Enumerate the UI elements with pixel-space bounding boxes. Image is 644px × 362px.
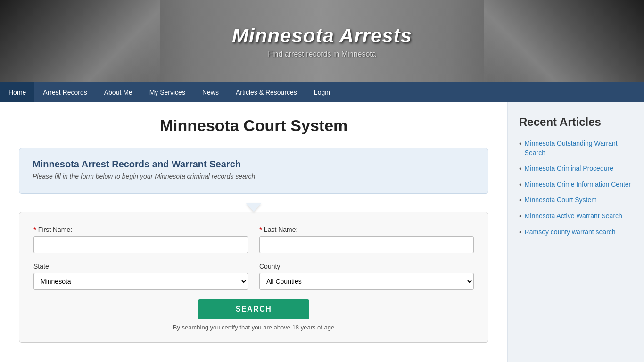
site-header: Minnesota Arrests Find arrest records in… bbox=[0, 0, 644, 82]
name-row: * First Name: * Last Name: bbox=[33, 225, 474, 253]
sidebar-title: Recent Articles bbox=[519, 115, 633, 129]
search-box-title: Minnesota Arrest Records and Warrant Sea… bbox=[33, 159, 475, 170]
search-box-arrow bbox=[246, 203, 261, 212]
sidebar-article-link[interactable]: Minnesota Active Warrant Search bbox=[525, 212, 622, 221]
site-subtitle: Find arrest records in Minnesota bbox=[232, 50, 412, 58]
sidebar-article-item: •Minnesota Outstanding Warrant Search bbox=[519, 139, 633, 157]
last-name-input[interactable] bbox=[259, 236, 474, 253]
header-content: Minnesota Arrests Find arrest records in… bbox=[232, 25, 412, 58]
first-name-required: * bbox=[33, 225, 36, 233]
location-row: State: Minnesota County: All CountiesAit… bbox=[33, 263, 474, 290]
nav-item-arrest-records[interactable]: Arrest Records bbox=[34, 82, 95, 102]
nav-item-services[interactable]: My Services bbox=[141, 82, 194, 102]
last-name-label: * Last Name: bbox=[259, 225, 474, 233]
sidebar-article-item: •Minnesota Criminal Procedure bbox=[519, 164, 633, 173]
header-hands-right bbox=[484, 0, 644, 82]
search-box-banner: Minnesota Arrest Records and Warrant Sea… bbox=[19, 148, 488, 194]
state-group: State: Minnesota bbox=[33, 263, 248, 290]
bullet-icon: • bbox=[519, 165, 522, 173]
bullet-icon: • bbox=[519, 140, 522, 148]
bullet-icon: • bbox=[519, 228, 522, 237]
sidebar-article-link[interactable]: Minnesota Criminal Procedure bbox=[525, 164, 613, 173]
last-name-group: * Last Name: bbox=[259, 225, 474, 253]
sidebar-article-item: •Minnesota Active Warrant Search bbox=[519, 212, 633, 221]
bullet-icon: • bbox=[519, 212, 522, 221]
county-group: County: All CountiesAitkinAnokaBeckerBel… bbox=[259, 263, 474, 290]
state-label: State: bbox=[33, 263, 248, 270]
county-select[interactable]: All CountiesAitkinAnokaBeckerBeltramiBen… bbox=[259, 273, 474, 290]
search-box-subtitle: Please fill in the form below to begin y… bbox=[33, 173, 475, 180]
sidebar-article-item: •Minnesota Court System bbox=[519, 196, 633, 205]
site-title: Minnesota Arrests bbox=[232, 25, 412, 47]
header-hands-left bbox=[0, 0, 160, 82]
search-button[interactable]: SEARCH bbox=[198, 299, 310, 319]
state-select[interactable]: Minnesota bbox=[33, 273, 248, 290]
sidebar-article-item: •Ramsey county warrant search bbox=[519, 228, 633, 237]
sidebar-article-link[interactable]: Minnesota Crime Information Center bbox=[525, 180, 631, 189]
bullet-icon: • bbox=[519, 181, 522, 189]
search-form-container: * First Name: * Last Name: State: bbox=[19, 212, 488, 343]
content-area: Minnesota Court System Minnesota Arrest … bbox=[0, 102, 507, 362]
county-label: County: bbox=[259, 263, 474, 270]
sidebar-article-link[interactable]: Ramsey county warrant search bbox=[525, 228, 616, 237]
sidebar-article-link[interactable]: Minnesota Court System bbox=[525, 196, 597, 205]
bullet-icon: • bbox=[519, 196, 522, 205]
first-name-group: * First Name: bbox=[33, 225, 248, 253]
nav-item-articles[interactable]: Articles & Resources bbox=[227, 82, 305, 102]
first-name-input[interactable] bbox=[33, 236, 248, 253]
main-container: Minnesota Court System Minnesota Arrest … bbox=[0, 102, 644, 362]
nav-item-about-me[interactable]: About Me bbox=[96, 82, 141, 102]
page-title: Minnesota Court System bbox=[19, 116, 488, 135]
sidebar-article-link[interactable]: Minnesota Outstanding Warrant Search bbox=[525, 139, 633, 157]
last-name-required: * bbox=[259, 225, 262, 233]
nav-item-login[interactable]: Login bbox=[305, 82, 339, 102]
sidebar-article-item: •Minnesota Crime Information Center bbox=[519, 180, 633, 189]
sidebar: Recent Articles •Minnesota Outstanding W… bbox=[507, 102, 644, 362]
main-nav: Home Arrest Records About Me My Services… bbox=[0, 82, 644, 102]
nav-item-news[interactable]: News bbox=[194, 82, 227, 102]
form-disclaimer: By searching you certify that you are ab… bbox=[33, 324, 474, 331]
first-name-label: * First Name: bbox=[33, 225, 248, 233]
nav-item-home[interactable]: Home bbox=[0, 82, 34, 102]
recent-articles-list: •Minnesota Outstanding Warrant Search•Mi… bbox=[519, 139, 633, 237]
